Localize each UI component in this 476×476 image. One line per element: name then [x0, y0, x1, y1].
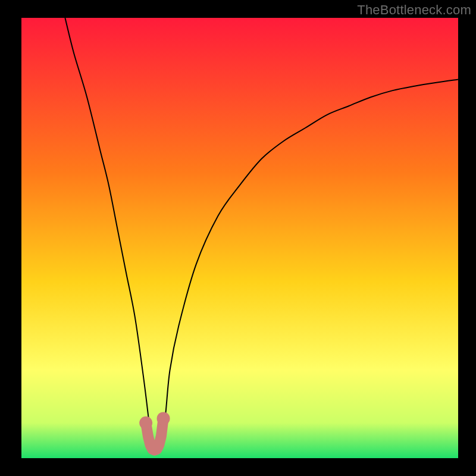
chart-background-gradient — [21, 18, 458, 458]
app-frame: TheBottleneck.com — [0, 0, 476, 476]
marker-dot — [157, 412, 170, 425]
watermark-text: TheBottleneck.com — [357, 2, 471, 18]
chart-svg — [21, 18, 458, 458]
marker-dot — [139, 416, 152, 430]
chart-plot-area — [21, 18, 458, 458]
